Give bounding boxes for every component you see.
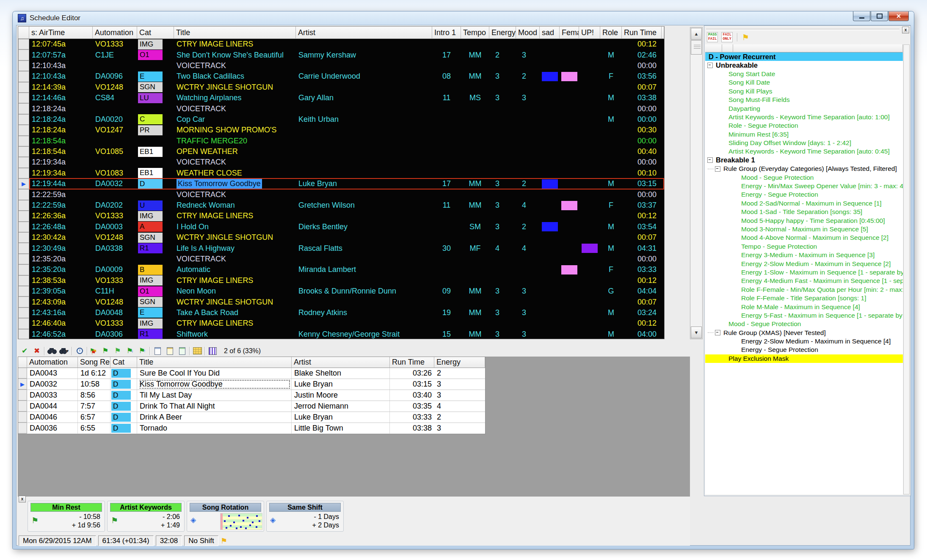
cell-title[interactable]: Neon Moon [174, 286, 296, 296]
cell-female[interactable] [560, 296, 579, 307]
cell-intro[interactable] [432, 211, 461, 221]
rule-item[interactable]: Song Kill Date [705, 78, 903, 87]
rule-item[interactable]: Mood 4-Above Normal - Maximum in Sequenc… [705, 233, 903, 242]
scroll-down-icon[interactable]: ▼ [691, 327, 702, 338]
row-selector[interactable] [18, 211, 29, 221]
cell-sad[interactable] [540, 49, 560, 60]
replacement-row[interactable]: DA00338:56DTil My Last DayJustin Moore03… [18, 390, 485, 401]
cell-airtime[interactable]: 12:14:39a [29, 82, 93, 93]
cell-role[interactable] [600, 82, 622, 93]
cell-intro[interactable] [432, 136, 461, 146]
cell-role[interactable] [600, 136, 622, 146]
schedule-row[interactable]: 12:07:45aVO1333IMGCTRY IMAGE LINERS00:12 [18, 39, 664, 49]
maximize-button[interactable] [871, 11, 888, 21]
cell-energy[interactable]: 2 [434, 368, 485, 379]
cell-tempo[interactable] [461, 318, 489, 329]
cell-title[interactable]: Kiss Tomorrow Goodbye [174, 178, 296, 189]
cell-sad[interactable] [540, 71, 560, 82]
cell-up[interactable] [579, 243, 600, 253]
cell-category[interactable] [137, 157, 174, 167]
cell-sad[interactable] [540, 178, 560, 189]
cell-energy[interactable] [489, 125, 516, 135]
cell-sad[interactable] [540, 211, 560, 221]
cell-female[interactable] [560, 60, 579, 71]
cell-artist[interactable]: Blake Shelton [292, 368, 390, 379]
column-header-artist[interactable]: Artist [296, 27, 432, 39]
row-selector[interactable] [18, 423, 27, 434]
cell-female[interactable] [560, 136, 579, 146]
replacement-row[interactable]: DA00366:55DTornadoLittle Big Town03:383 [18, 423, 485, 434]
cell-mood[interactable] [516, 318, 540, 329]
cell-role[interactable] [600, 157, 622, 167]
cell-intro[interactable] [432, 114, 461, 125]
cell-automation[interactable]: VO1333 [93, 275, 137, 286]
cell-runtime[interactable]: 00:07 [622, 232, 662, 243]
cell-role[interactable]: M [600, 178, 622, 189]
cell-tempo[interactable] [461, 157, 489, 167]
all-flags-icon[interactable]: ⚑⚑⚑ [90, 347, 98, 355]
cell-title[interactable]: Cop Car [174, 114, 296, 125]
cell-sad[interactable] [540, 296, 560, 307]
cell-female[interactable] [560, 307, 579, 318]
cell-intro[interactable]: 17 [432, 178, 461, 189]
cell-intro[interactable]: 15 [432, 329, 461, 339]
cell-title[interactable]: Two Black Cadillacs [174, 71, 296, 82]
cell-female[interactable] [560, 82, 579, 93]
cell-tempo[interactable]: MS [461, 93, 489, 103]
flag-filter-icon[interactable]: ⚑ [742, 33, 749, 41]
schedule-row[interactable]: 12:38:53aVO1333IMGCTRY IMAGE LINERS00:12 [18, 275, 664, 286]
cell-energy[interactable]: 3 [489, 93, 516, 103]
cell-category[interactable]: E [137, 307, 174, 318]
cell-tempo[interactable]: MM [461, 200, 489, 211]
cell-up[interactable] [579, 329, 600, 339]
cell-airtime[interactable]: 12:18:24a [29, 103, 93, 114]
cell-energy[interactable]: 4 [434, 401, 485, 412]
cell-airtime[interactable]: 12:18:54a [29, 136, 93, 146]
cell-category[interactable]: IMG [137, 211, 174, 221]
cell-energy[interactable] [489, 318, 516, 329]
cell-mood[interactable]: 3 [516, 49, 540, 60]
cell-mood[interactable] [516, 264, 540, 275]
cell-artist[interactable] [296, 296, 432, 307]
cell-artist[interactable] [296, 82, 432, 93]
cell-runtime[interactable]: 00:40 [622, 146, 662, 157]
cell-airtime[interactable]: 12:26:36a [29, 211, 93, 221]
cell-energy[interactable] [489, 82, 516, 93]
cell-intro[interactable] [432, 157, 461, 167]
cell-mood[interactable] [516, 103, 540, 114]
column-header-mood[interactable]: Mood [516, 27, 540, 39]
cell-female[interactable] [560, 189, 579, 200]
cell-category[interactable]: R1 [137, 329, 174, 339]
cell-energy[interactable] [489, 232, 516, 243]
cell-up[interactable] [579, 93, 600, 103]
cell-airtime[interactable]: 12:18:54a [29, 146, 93, 157]
cell-mood[interactable] [516, 168, 540, 178]
row-selector[interactable] [18, 189, 29, 200]
schedule-row[interactable]: 12:43:16aDA0048ETake A Back RoadRodney A… [18, 307, 664, 318]
cell-intro[interactable]: 09 [432, 286, 461, 296]
rule-item[interactable]: Mood 3-Normal - Maximum in Sequence [5] [705, 225, 903, 233]
cell-tempo[interactable]: MF [461, 243, 489, 253]
cell-sad[interactable] [540, 232, 560, 243]
cell-title[interactable]: MORNING SHOW PROMO'S [174, 125, 296, 135]
cell-automation[interactable]: DA0044 [27, 401, 78, 412]
cell-intro[interactable] [432, 222, 461, 232]
cell-up[interactable] [579, 296, 600, 307]
schedule-row[interactable]: 12:18:24aVO1247PRMORNING SHOW PROMO'S00:… [18, 125, 664, 135]
cell-automation[interactable] [93, 60, 137, 71]
cell-tempo[interactable] [461, 275, 489, 286]
cell-artist[interactable]: Jerrod Niemann [292, 401, 390, 412]
cell-sad[interactable] [540, 264, 560, 275]
cell-mood[interactable] [516, 232, 540, 243]
cell-up[interactable] [579, 157, 600, 167]
cell-role[interactable] [600, 39, 622, 49]
cell-runtime[interactable]: 03:35 [390, 401, 434, 412]
cell-up[interactable] [579, 125, 600, 135]
column-header-artist[interactable]: Artist [292, 357, 390, 368]
cell-title[interactable]: Drink To That All Night [137, 401, 292, 412]
cell-female[interactable] [560, 318, 579, 329]
cell-mood[interactable]: 3 [516, 93, 540, 103]
cell-sad[interactable] [540, 329, 560, 339]
cell-airtime[interactable]: 12:46:40a [29, 318, 93, 329]
close-button[interactable]: ✕ [888, 11, 909, 21]
